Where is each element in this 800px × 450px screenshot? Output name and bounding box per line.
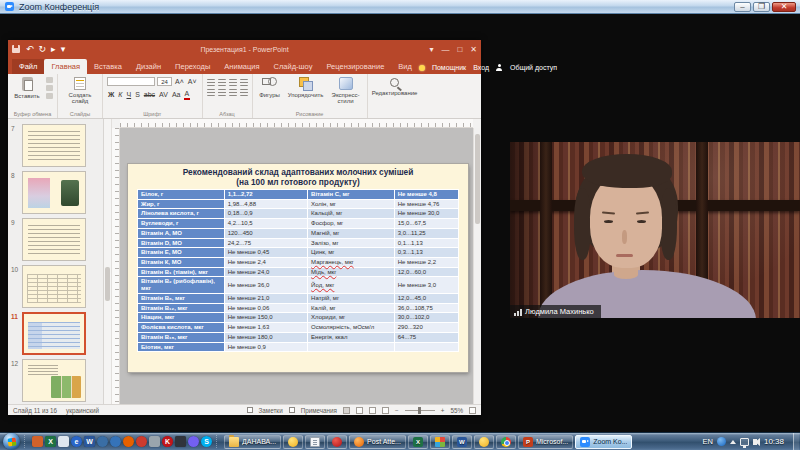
show-desktop-button[interactable] [793, 433, 799, 450]
language-switcher[interactable]: EN [703, 437, 713, 446]
firefox-icon[interactable] [123, 436, 134, 447]
fit-to-window-icon[interactable] [469, 407, 476, 414]
zoom-slider[interactable] [405, 410, 435, 411]
tab-transitions[interactable]: Переходы [168, 59, 217, 74]
bullets-icon[interactable] [207, 79, 215, 86]
align-left-icon[interactable] [207, 89, 215, 96]
internet-explorer-icon[interactable]: e [71, 436, 82, 447]
copy-icon[interactable] [46, 85, 53, 91]
align-center-icon[interactable] [218, 89, 226, 96]
participant-video[interactable]: Людмила Махинько [510, 142, 800, 318]
font-style-button[interactable]: abc [143, 90, 156, 99]
taskbar-button-firefox[interactable]: Post Atte... [349, 435, 406, 449]
zoom-window-titlebar[interactable]: Zoom Конференція –❐✕ [0, 0, 800, 14]
notes-toggle[interactable]: Заметки [259, 407, 283, 414]
font-style-button[interactable]: S [134, 90, 141, 99]
app-gray-icon[interactable] [149, 436, 160, 447]
quick-styles-button[interactable]: Экспресс-стили [329, 77, 363, 104]
undo-icon[interactable]: ↶ [26, 44, 34, 54]
media-player-icon[interactable] [175, 436, 186, 447]
start-slideshow-icon[interactable]: ▸ [51, 44, 56, 54]
comments-toggle[interactable]: Примечания [301, 407, 337, 414]
indent-icon[interactable] [229, 79, 237, 86]
arrange-button[interactable]: Упорядочить [287, 77, 325, 98]
font-style-button[interactable]: Aa [171, 90, 182, 99]
normal-view-icon[interactable] [343, 407, 350, 414]
new-slide-button[interactable]: Создать слайд [62, 77, 98, 104]
slide-thumbnail[interactable]: 10 [8, 264, 103, 310]
font-size-input[interactable]: 24 [157, 77, 172, 86]
restore-button[interactable]: ❐ [753, 2, 770, 12]
slide-thumbnail[interactable]: 8 [8, 170, 103, 216]
taskbar-button-powerpoint[interactable]: PMicrosof... [518, 435, 573, 449]
tray-app-icon[interactable] [717, 437, 726, 446]
ribbon-options-button[interactable]: ▾ [429, 45, 433, 54]
taskbar-button-document[interactable] [305, 435, 325, 449]
taskbar-button-smiley[interactable] [283, 435, 303, 449]
editing-button[interactable]: Редактирование [372, 77, 418, 96]
globe-icon[interactable] [110, 436, 121, 447]
font-style-button[interactable]: К [117, 90, 123, 99]
zoom-percent[interactable]: 55% [450, 407, 463, 414]
save-icon[interactable] [12, 45, 20, 53]
tab-insert[interactable]: Вставка [87, 59, 129, 74]
taskbar-button-excel[interactable]: X [408, 435, 428, 449]
slide-thumbnail[interactable]: 12 [8, 358, 103, 404]
taskbar-button-word[interactable]: W [452, 435, 472, 449]
tab-animations[interactable]: Анимация [217, 59, 266, 74]
close-button[interactable]: ✕ [470, 45, 477, 54]
taskbar-button-smiley[interactable] [474, 435, 494, 449]
increase-font-icon[interactable]: A˄ [174, 77, 185, 86]
canvas-scrollbar[interactable] [473, 128, 481, 404]
opera-icon[interactable] [136, 436, 147, 447]
format-painter-icon[interactable] [46, 93, 53, 99]
tab-slideshow[interactable]: Слайд-шоу [267, 59, 320, 74]
slide-thumbnail[interactable]: 9 [8, 217, 103, 263]
font-style-button[interactable]: А [184, 89, 191, 100]
skype-icon[interactable]: S [201, 436, 212, 447]
tab-home[interactable]: Главная [44, 59, 87, 74]
tab-view[interactable]: Вид [391, 59, 419, 74]
font-style-button[interactable]: AV [158, 90, 169, 99]
taskbar-button-chrome[interactable] [496, 435, 516, 449]
volume-icon[interactable] [753, 439, 757, 445]
network-icon[interactable] [740, 438, 749, 446]
font-style-button[interactable]: Ч [125, 90, 132, 99]
excel-icon[interactable]: X [45, 436, 56, 447]
start-button[interactable] [3, 433, 20, 450]
numbering-icon[interactable] [218, 79, 226, 86]
zoom-out-button[interactable]: − [395, 407, 399, 414]
sign-in-button[interactable]: Вход [473, 64, 489, 71]
font-name-input[interactable] [107, 77, 155, 86]
justify-icon[interactable] [240, 89, 248, 96]
tab-review[interactable]: Рецензирование [319, 59, 391, 74]
show-hidden-icons-icon[interactable] [730, 440, 736, 444]
minimize-button[interactable]: – [734, 2, 751, 12]
shapes-button[interactable]: Фигуры [257, 77, 283, 98]
cut-icon[interactable] [46, 77, 53, 83]
clock[interactable]: 10:38 [764, 437, 784, 446]
assistant-tab[interactable]: Помощник [432, 64, 466, 71]
share-button[interactable]: Общий доступ [510, 64, 557, 71]
slide-thumbnail[interactable]: 11 [8, 311, 103, 357]
kmplayer-icon[interactable]: K [162, 436, 173, 447]
powerpoint-titlebar[interactable]: ↶↻▸▾ Презентация1 - PowerPoint ▾—□✕ [8, 40, 481, 58]
slide-sorter-view-icon[interactable] [356, 407, 363, 414]
taskbar-button-zoom[interactable]: Zoom Ko... [575, 435, 632, 449]
line-spacing-icon[interactable] [240, 79, 248, 86]
word-icon[interactable]: W [84, 436, 95, 447]
redo-icon[interactable]: ↻ [39, 44, 47, 54]
reading-view-icon[interactable] [369, 407, 376, 414]
restore-button[interactable]: □ [457, 45, 462, 54]
thumbnail-scrollbar[interactable] [104, 119, 112, 404]
close-button[interactable]: ✕ [772, 2, 796, 12]
slide[interactable]: Рекомендований склад адаптованих молочни… [128, 164, 468, 372]
slideshow-view-icon[interactable] [382, 407, 389, 414]
slide-thumbnail[interactable]: 7 [8, 123, 103, 169]
app-orange-icon[interactable] [32, 436, 43, 447]
font-style-button[interactable]: Ж [107, 90, 115, 99]
taskbar-button-kmplayer[interactable] [327, 435, 347, 449]
minimize-button[interactable]: — [441, 45, 449, 54]
align-right-icon[interactable] [229, 89, 237, 96]
explorer-icon[interactable] [58, 436, 69, 447]
